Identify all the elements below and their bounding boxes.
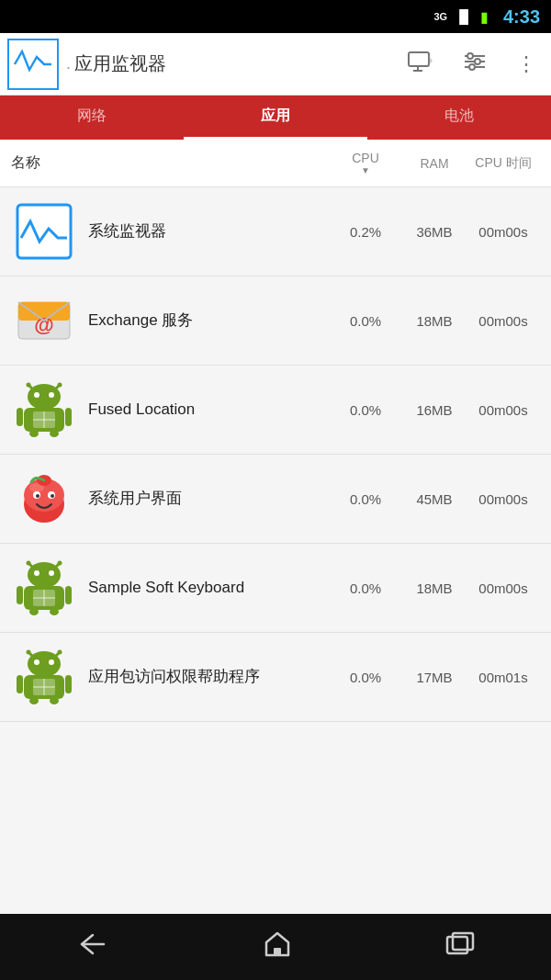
app-name: Exchange 服务 (88, 310, 329, 331)
logo-icon (13, 44, 53, 84)
svg-point-34 (36, 494, 39, 498)
col-header-ram: RAM (402, 156, 467, 171)
svg-rect-60 (17, 675, 23, 693)
sort-arrow-icon: ▼ (361, 165, 370, 175)
svg-point-58 (49, 659, 54, 665)
app-cputime: 00m00s (467, 402, 540, 418)
svg-rect-63 (50, 697, 59, 704)
svg-point-41 (28, 562, 61, 588)
table-row[interactable]: 系统用户界面 0.0% 45MB 00m00s (0, 455, 551, 544)
svg-rect-68 (274, 948, 281, 955)
signal-bars-icon: ▐▌ (455, 9, 473, 24)
tab-apps[interactable]: 应用 (184, 96, 367, 140)
svg-marker-3 (429, 56, 433, 65)
svg-point-55 (58, 650, 62, 655)
app-ram: 18MB (402, 313, 467, 329)
table-row[interactable]: 应用包访问权限帮助程序 0.0% 17MB 00m01s (0, 633, 551, 722)
svg-point-8 (475, 59, 480, 64)
table-row[interactable]: Sample Soft Keyboard 0.0% 18MB 00m00s (0, 544, 551, 633)
app-cputime: 00m01s (467, 670, 540, 685)
svg-point-56 (28, 651, 61, 677)
app-cpu: 0.0% (329, 491, 402, 507)
svg-point-7 (467, 53, 473, 59)
recents-button[interactable] (434, 920, 486, 974)
app-cpu: 0.0% (329, 670, 402, 685)
col-header-cpu[interactable]: CPU ▼ (329, 151, 402, 175)
svg-point-38 (27, 561, 31, 566)
filter-action-icon[interactable] (455, 44, 494, 84)
app-cputime: 00m00s (467, 580, 540, 596)
app-ram: 36MB (402, 224, 467, 240)
app-cputime: 00m00s (467, 313, 540, 329)
app-title: 应用监视器 (74, 51, 400, 76)
monitor-action-icon[interactable] (400, 44, 441, 84)
status-bar: 3G ▐▌ ▮ 4:33 (0, 0, 551, 33)
svg-point-18 (28, 384, 61, 410)
bottom-nav (0, 914, 551, 980)
col-header-name: 名称 (11, 153, 329, 173)
app-cputime: 00m00s (467, 224, 540, 240)
svg-rect-23 (65, 408, 72, 426)
table-row[interactable]: @ Exchange 服务 0.0% 18MB 00m00s (0, 276, 551, 366)
svg-rect-22 (17, 408, 23, 426)
signal-label: 3G (433, 11, 447, 22)
app-list: 系统监视器 0.2% 36MB 00m00s @ Exchange 服务 0.0… (0, 187, 551, 914)
app-icon-fused-location (11, 377, 77, 443)
app-icon-exchange: @ (11, 287, 77, 354)
svg-rect-45 (17, 586, 23, 604)
app-ram: 17MB (402, 670, 467, 685)
app-name: 系统用户界面 (88, 489, 329, 509)
app-cpu: 0.2% (329, 224, 402, 240)
svg-rect-69 (447, 937, 467, 953)
svg-point-40 (58, 561, 62, 566)
col-header-cputime: CPU 时间 (467, 155, 540, 172)
svg-point-43 (49, 570, 54, 576)
app-ram: 18MB (402, 580, 467, 596)
app-icon-sample-keyboard (11, 555, 77, 621)
home-button[interactable] (252, 918, 303, 976)
svg-rect-62 (29, 697, 39, 704)
app-name: 系统监视器 (88, 221, 329, 242)
svg-point-42 (34, 570, 39, 576)
column-headers: 名称 CPU ▼ RAM CPU 时间 (0, 140, 551, 187)
svg-rect-24 (29, 430, 39, 437)
app-bar: . 应用监视器 ⋮ (0, 33, 551, 96)
app-icon-system-monitor (11, 198, 77, 265)
svg-point-35 (51, 494, 54, 498)
svg-rect-70 (453, 933, 473, 950)
svg-point-57 (34, 659, 39, 665)
app-name: Fused Location (88, 400, 329, 420)
svg-point-19 (34, 392, 39, 398)
svg-point-17 (58, 383, 62, 388)
battery-icon: ▮ (480, 8, 489, 26)
table-row[interactable]: 系统监视器 0.2% 36MB 00m00s (0, 187, 551, 276)
app-name: Sample Soft Keyboard (88, 578, 329, 598)
svg-point-15 (27, 383, 31, 388)
tab-bar: 网络 应用 电池 (0, 96, 551, 140)
app-icon-package-access (11, 644, 77, 710)
svg-point-20 (49, 392, 54, 398)
status-time: 4:33 (503, 6, 540, 28)
table-row[interactable]: Fused Location 0.0% 16MB 00m00s (0, 366, 551, 455)
svg-rect-25 (50, 430, 59, 437)
app-bar-actions: ⋮ (400, 44, 544, 84)
app-cpu: 0.0% (329, 580, 402, 596)
tab-network[interactable]: 网络 (0, 96, 184, 140)
tab-battery[interactable]: 电池 (367, 96, 551, 140)
app-cpu: 0.0% (329, 402, 402, 418)
svg-rect-0 (409, 52, 429, 66)
app-ram: 45MB (402, 491, 467, 507)
svg-rect-61 (65, 675, 72, 693)
svg-rect-46 (65, 586, 72, 604)
app-ram: 16MB (402, 402, 467, 418)
svg-rect-47 (29, 608, 39, 615)
logo-dot: . (66, 54, 71, 73)
app-name: 应用包访问权限帮助程序 (88, 667, 329, 687)
app-cpu: 0.0% (329, 313, 402, 329)
svg-rect-48 (50, 608, 59, 615)
svg-point-9 (469, 64, 475, 70)
more-action-icon[interactable]: ⋮ (509, 45, 544, 84)
app-cputime: 00m00s (467, 491, 540, 507)
app-logo (7, 39, 59, 90)
back-button[interactable] (65, 920, 120, 974)
